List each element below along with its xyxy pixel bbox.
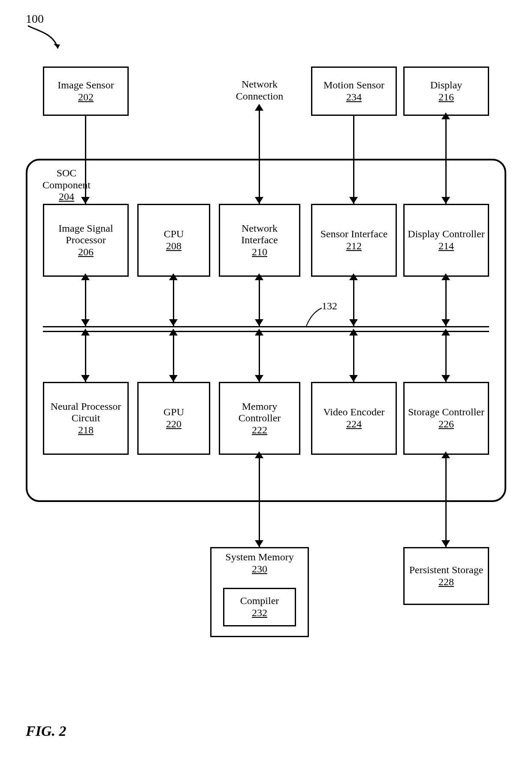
block-compiler-label: Compiler [240, 595, 279, 607]
block-netif-num: 210 [252, 246, 267, 258]
block-netif: Network Interface 210 [219, 204, 300, 277]
block-image-sensor-label: Image Sensor [57, 79, 114, 91]
block-motion-sensor: Motion Sensor 234 [311, 67, 397, 116]
conn-storctl-to-pstorage [445, 455, 447, 547]
block-gpu-num: 220 [166, 418, 181, 430]
block-persistent-storage-num: 228 [438, 576, 454, 588]
conn-bus-to-gpu [173, 332, 174, 382]
block-cpu-num: 208 [166, 240, 181, 252]
arrowhead [81, 329, 90, 336]
block-isp-label: Image Signal Processor [47, 223, 125, 246]
arrowhead [169, 329, 178, 336]
block-image-sensor: Image Sensor 202 [43, 67, 129, 116]
conn-network-to-netif [259, 107, 260, 204]
block-venc-label: Video Encoder [323, 406, 384, 418]
block-persistent-storage: Persistent Storage 228 [403, 547, 489, 605]
conn-isp-to-bus [85, 277, 86, 326]
arrowhead [255, 197, 263, 204]
block-venc-num: 224 [346, 418, 362, 430]
arrowhead [81, 273, 90, 280]
arrowhead [441, 273, 450, 280]
block-display-label: Display [430, 79, 462, 91]
block-cpu-label: CPU [164, 228, 184, 240]
block-storctl-label: Storage Controller [408, 406, 484, 418]
block-isp-num: 206 [78, 246, 94, 258]
block-image-sensor-num: 202 [78, 91, 94, 103]
arrowhead [441, 112, 450, 119]
block-netif-label: Network Interface [223, 223, 296, 246]
block-display-num: 216 [438, 91, 454, 103]
block-gpu: GPU 220 [137, 382, 210, 455]
block-gpu-label: GPU [163, 406, 184, 418]
conn-display-to-dispctl [445, 116, 447, 204]
bus-ref-132: 132 [322, 300, 337, 312]
bus-ref-132-leader [304, 307, 323, 327]
arrowhead [255, 329, 263, 336]
conn-dispctl-to-bus [445, 277, 447, 326]
block-sensorif: Sensor Interface 212 [311, 204, 397, 277]
block-compiler: Compiler 232 [223, 588, 296, 626]
diagram-page: 100 Image Sensor 202 Network Connection … [0, 0, 532, 759]
block-memctl: Memory Controller 222 [219, 382, 300, 455]
block-isp: Image Signal Processor 206 [43, 204, 129, 277]
block-storctl-num: 226 [438, 418, 454, 430]
conn-cpu-to-bus [173, 277, 174, 326]
arrowhead [349, 375, 358, 382]
block-dispctl: Display Controller 214 [403, 204, 489, 277]
conn-bus-to-storctl [445, 332, 447, 382]
figure-caption: FIG. 2 [26, 723, 66, 739]
block-memctl-label: Memory Controller [223, 401, 296, 424]
conn-sensorif-to-bus [353, 277, 354, 326]
arrowhead [349, 319, 358, 326]
block-compiler-num: 232 [252, 607, 267, 619]
arrowhead [255, 104, 263, 111]
block-system-memory-title: System Memory 230 [215, 551, 305, 575]
block-persistent-storage-label: Persistent Storage [409, 564, 484, 576]
network-connection-label: Network Connection [221, 79, 298, 102]
arrowhead [169, 273, 178, 280]
block-npc-label: Neural Processor Circuit [47, 401, 125, 424]
arrowhead [441, 329, 450, 336]
conn-bus-to-npc [85, 332, 86, 382]
svg-marker-0 [54, 44, 60, 48]
block-dispctl-label: Display Controller [408, 228, 484, 240]
arrowhead [255, 375, 263, 382]
arrowhead [349, 197, 358, 204]
arrowhead [441, 319, 450, 326]
block-npc: Neural Processor Circuit 218 [43, 382, 129, 455]
soc-label-text: SOC Component [36, 167, 97, 191]
conn-bus-to-venc [353, 332, 354, 382]
arrowhead [441, 540, 450, 547]
arrowhead [255, 540, 263, 547]
arrowhead [81, 375, 90, 382]
block-npc-num: 218 [78, 424, 94, 436]
arrowhead [441, 197, 450, 204]
block-cpu: CPU 208 [137, 204, 210, 277]
block-venc: Video Encoder 224 [311, 382, 397, 455]
block-sensorif-num: 212 [346, 240, 362, 252]
block-display: Display 216 [403, 67, 489, 116]
arrowhead [81, 197, 90, 204]
block-system-memory-label: System Memory [225, 551, 293, 562]
conn-bus-to-memctl [259, 332, 260, 382]
arrowhead [81, 319, 90, 326]
arrowhead [169, 319, 178, 326]
figure-ref-100: 100 [26, 12, 44, 26]
block-dispctl-num: 214 [438, 240, 454, 252]
arrowhead [255, 451, 263, 458]
conn-motion-to-sensorif [353, 116, 354, 204]
arrowhead [441, 451, 450, 458]
arrowhead [349, 329, 358, 336]
block-memctl-num: 222 [252, 424, 267, 436]
block-storctl: Storage Controller 226 [403, 382, 489, 455]
system-bus [43, 326, 489, 332]
arrowhead [255, 273, 263, 280]
arrowhead [169, 375, 178, 382]
block-motion-sensor-label: Motion Sensor [323, 79, 384, 91]
figure-ref-100-leader [26, 25, 60, 55]
arrowhead [441, 375, 450, 382]
arrowhead [255, 319, 263, 326]
conn-netif-to-bus [259, 277, 260, 326]
conn-memctl-to-sysmem [259, 455, 260, 547]
block-sensorif-label: Sensor Interface [320, 228, 388, 240]
